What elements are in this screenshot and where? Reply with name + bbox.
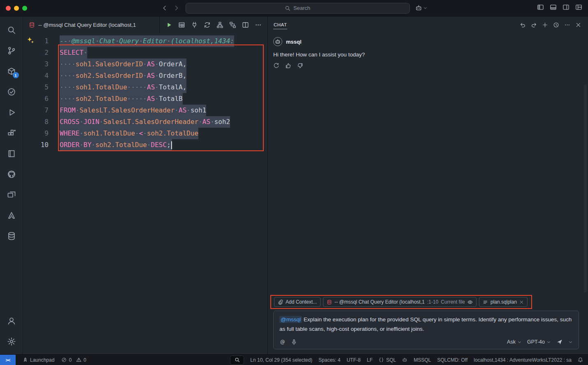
language-mode[interactable]: SQL bbox=[379, 357, 396, 363]
editor-tab[interactable]: -- @mssql Chat Query Editor (localhost,1 bbox=[23, 16, 160, 33]
cursor-position[interactable]: Ln 10, Col 29 (354 selected) bbox=[250, 357, 312, 363]
scrollbar[interactable] bbox=[584, 84, 587, 292]
code-token: soh1.TotalDue bbox=[76, 83, 127, 91]
activity-item-references[interactable]: 1 bbox=[2, 61, 21, 82]
activity-item-remote-explorer[interactable] bbox=[2, 185, 21, 205]
history-icon[interactable] bbox=[553, 22, 559, 28]
code-line[interactable]: 6····soh2.TotalDue·····AS·TotalB bbox=[23, 93, 267, 105]
new-chat-icon[interactable] bbox=[542, 22, 548, 28]
model-dropdown[interactable]: GPT-4o bbox=[527, 339, 551, 345]
activity-item-settings[interactable] bbox=[2, 331, 21, 352]
toggle-secondary-sidebar-icon[interactable] bbox=[562, 4, 569, 12]
mode-dropdown[interactable]: Ask bbox=[507, 339, 522, 345]
mic-icon[interactable] bbox=[291, 339, 297, 345]
code-token: --·@mssql·Chat·Query·Editor·(localhost,1… bbox=[60, 37, 234, 45]
activity-item-azure[interactable] bbox=[2, 205, 21, 226]
whitespace-dot: · bbox=[198, 118, 202, 126]
code-line[interactable]: 5····soh1.TotalDue·····AS·TotalA, bbox=[23, 82, 267, 93]
mssql-status[interactable]: MSSQL bbox=[414, 357, 431, 363]
whitespace-dot: · bbox=[155, 83, 159, 91]
run-query-button[interactable] bbox=[165, 21, 172, 28]
eol-status[interactable]: LF bbox=[367, 357, 372, 363]
indentation-status[interactable]: Spaces: 4 bbox=[318, 357, 340, 363]
more-actions-button[interactable] bbox=[255, 21, 262, 28]
activity-item-accounts[interactable] bbox=[2, 311, 21, 331]
chat-prompt-text: Explain the execution plan for the provi… bbox=[279, 316, 572, 332]
undo-icon[interactable] bbox=[520, 22, 526, 28]
minimize-window-button[interactable] bbox=[14, 6, 19, 11]
editor-content[interactable]: 1--·@mssql·Chat·Query·Editor·(localhost,… bbox=[23, 33, 267, 354]
code-line[interactable]: 1--·@mssql·Chat·Query·Editor·(localhost,… bbox=[23, 35, 267, 47]
more-icon[interactable] bbox=[564, 22, 570, 28]
toggle-primary-sidebar-icon[interactable] bbox=[537, 4, 544, 12]
problems-button[interactable]: 0 0 bbox=[61, 357, 86, 363]
code-token: CROSS bbox=[60, 118, 79, 126]
activity-item-extensions[interactable] bbox=[2, 123, 21, 143]
results-grid-button[interactable] bbox=[178, 21, 185, 28]
extensions-icon bbox=[7, 129, 16, 138]
change-connection-button[interactable] bbox=[204, 21, 211, 28]
current-file-chip[interactable]: -- @mssql Chat Query Editor (localhost,1… bbox=[323, 297, 476, 307]
connection-status[interactable]: localhost,1434 : AdventureWorksLT2022 : … bbox=[474, 357, 572, 363]
forward-icon[interactable] bbox=[173, 5, 180, 12]
encoding-status[interactable]: UTF-8 bbox=[346, 357, 360, 363]
close-window-button[interactable] bbox=[6, 6, 11, 11]
copilot-sparkle-icon[interactable] bbox=[27, 37, 34, 44]
code-token: · bbox=[155, 95, 159, 103]
plan-file-chip[interactable]: plan.sqlplan bbox=[479, 297, 528, 307]
add-context-button[interactable]: Add Context... bbox=[274, 297, 321, 307]
back-icon[interactable] bbox=[161, 5, 168, 12]
launchpad-button[interactable]: Launchpad bbox=[23, 357, 54, 363]
whitespace-dot: · bbox=[135, 129, 139, 137]
unhelpful-icon[interactable] bbox=[297, 63, 303, 69]
maximize-window-button[interactable] bbox=[22, 6, 27, 11]
disconnect-button[interactable] bbox=[191, 21, 198, 28]
chat-input[interactable]: @mssql Explain the execution plan for th… bbox=[273, 311, 579, 349]
whitespace-dot: · bbox=[127, 95, 131, 103]
redo-icon[interactable] bbox=[531, 22, 537, 28]
code-line[interactable]: 3····soh1.SalesOrderID·AS·OrderA, bbox=[23, 58, 267, 70]
copilot-status[interactable] bbox=[402, 357, 407, 363]
eye-icon[interactable] bbox=[467, 299, 473, 305]
copilot-menu-button[interactable] bbox=[415, 5, 428, 12]
chat-input-text[interactable]: @mssql Explain the execution plan for th… bbox=[279, 315, 573, 334]
remove-chip-icon[interactable] bbox=[519, 300, 524, 304]
actual-plan-button[interactable] bbox=[229, 21, 236, 28]
estimated-plan-button[interactable] bbox=[216, 21, 223, 28]
close-icon[interactable] bbox=[575, 22, 581, 28]
split-editor-button[interactable] bbox=[242, 21, 249, 28]
code-line[interactable]: 9WHERE·soh1.TotalDue·<·soh2.TotalDue bbox=[23, 128, 267, 139]
code-token: TotalA, bbox=[159, 83, 186, 91]
helpful-icon[interactable] bbox=[285, 63, 291, 69]
code-line[interactable]: 8CROSS·JOIN·SalesLT.SalesOrderHeader·AS·… bbox=[23, 116, 267, 128]
launchpad-icon bbox=[23, 357, 28, 363]
toggle-panel-icon[interactable] bbox=[550, 4, 557, 12]
mention-button[interactable]: @ bbox=[279, 339, 286, 345]
search-input[interactable]: Search bbox=[186, 3, 410, 14]
selection-highlight: CROSS·JOIN·SalesLT.SalesOrderHeader·AS·s… bbox=[60, 116, 230, 128]
whitespace-dot: · bbox=[139, 37, 143, 45]
activity-item-database-projects[interactable] bbox=[2, 226, 21, 246]
sqlcmd-status[interactable]: SQLCMD: Off bbox=[437, 357, 468, 363]
activity-item-testing[interactable] bbox=[2, 82, 21, 102]
remote-indicator[interactable]: >< bbox=[0, 355, 16, 365]
regenerate-icon[interactable] bbox=[273, 63, 279, 69]
activity-item-search[interactable] bbox=[2, 20, 21, 40]
code-line[interactable]: 7FROM·SalesLT.SalesOrderHeader·AS·soh1 bbox=[23, 105, 267, 116]
whitespace-dot: · bbox=[143, 129, 147, 137]
send-options-icon[interactable] bbox=[568, 340, 573, 344]
code-line[interactable]: 10ORDER·BY·soh2.TotalDue·DESC; bbox=[23, 139, 267, 151]
activity-item-notebooks[interactable] bbox=[2, 143, 21, 164]
chat-panel-title[interactable]: CHAT bbox=[273, 17, 287, 33]
send-icon[interactable] bbox=[556, 339, 563, 345]
errors-icon bbox=[61, 357, 67, 363]
code-line[interactable]: 2SELECT· bbox=[23, 47, 267, 58]
activity-item-source-control[interactable] bbox=[2, 40, 21, 61]
code-line[interactable]: 4····soh2.SalesOrderID·AS·OrderB, bbox=[23, 70, 267, 82]
activity-item-run-and-debug[interactable] bbox=[2, 102, 21, 123]
notifications-bell[interactable] bbox=[578, 357, 583, 363]
activity-item-github[interactable] bbox=[2, 164, 21, 185]
code-area[interactable]: 1--·@mssql·Chat·Query·Editor·(localhost,… bbox=[23, 35, 267, 151]
copilot-icon bbox=[402, 357, 407, 363]
customize-layout-icon[interactable] bbox=[575, 4, 582, 12]
